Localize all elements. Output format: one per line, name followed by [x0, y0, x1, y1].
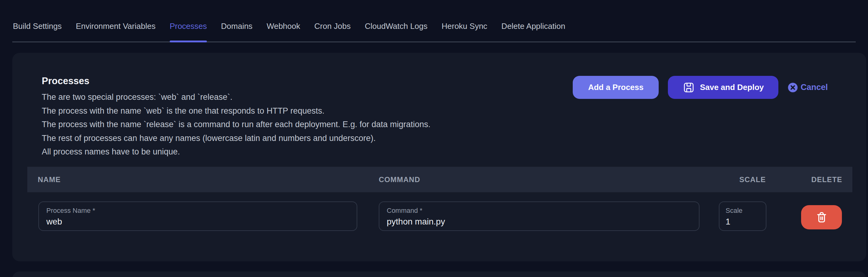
- tab-environment-variables[interactable]: Environment Variables: [76, 22, 156, 41]
- floppy-disk-icon: [683, 81, 695, 94]
- active-tab-indicator: [170, 40, 207, 42]
- tab-label: Delete Application: [501, 22, 565, 31]
- save-and-deploy-button-label: Save and Deploy: [700, 83, 764, 92]
- description-line: The rest of processes can have any names…: [42, 131, 431, 145]
- command-label: Command *: [387, 207, 691, 215]
- command-field[interactable]: Command *: [379, 202, 700, 231]
- tab-label: Domains: [221, 22, 253, 31]
- tab-cron-jobs[interactable]: Cron Jobs: [314, 22, 351, 41]
- process-name-label: Process Name *: [46, 207, 349, 215]
- add-process-button[interactable]: Add a Process: [573, 76, 659, 99]
- panel-description: The are two special processes: `web` and…: [42, 90, 431, 159]
- column-header-name: NAME: [38, 175, 61, 184]
- save-and-deploy-button[interactable]: Save and Deploy: [668, 76, 778, 99]
- process-name-input[interactable]: [46, 216, 349, 227]
- tab-heroku-sync[interactable]: Heroku Sync: [442, 22, 487, 41]
- settings-tab-bar: Build Settings Environment Variables Pro…: [12, 0, 856, 42]
- tab-delete-application[interactable]: Delete Application: [501, 22, 565, 41]
- delete-process-button[interactable]: [801, 205, 842, 229]
- tab-label: Environment Variables: [76, 22, 156, 31]
- description-line: The process with the name `web` is the o…: [42, 104, 431, 118]
- description-line: The are two special processes: `web` and…: [42, 90, 431, 104]
- panel-actions: Add a Process Save and Deploy Cancel: [573, 76, 828, 99]
- panel-title-block: Processes The are two special processes:…: [42, 75, 431, 159]
- trash-icon: [815, 211, 828, 224]
- x-circle-icon: [787, 82, 798, 93]
- scale-label: Scale: [725, 207, 758, 215]
- cancel-button-label: Cancel: [801, 83, 828, 92]
- processes-panel: Processes The are two special processes:…: [12, 53, 866, 261]
- tab-label: Heroku Sync: [442, 22, 487, 31]
- process-name-field[interactable]: Process Name *: [38, 202, 357, 231]
- description-line: The process with the name `release` is a…: [42, 118, 431, 131]
- add-process-button-label: Add a Process: [588, 83, 644, 92]
- tab-webhook[interactable]: Webhook: [267, 22, 300, 41]
- scale-field[interactable]: Scale: [719, 202, 766, 231]
- tab-label: Webhook: [267, 22, 300, 31]
- tab-label: Processes: [170, 22, 207, 31]
- column-header-delete: DELETE: [811, 175, 842, 184]
- description-line: All process names have to be unique.: [42, 145, 431, 159]
- tab-label: CloudWatch Logs: [365, 22, 428, 31]
- tab-label: Build Settings: [13, 22, 62, 31]
- command-input[interactable]: [387, 216, 691, 227]
- process-row: Process Name * Command * Scale: [12, 202, 866, 231]
- processes-table-header: NAME COMMAND SCALE DELETE: [27, 167, 852, 192]
- column-header-command: COMMAND: [379, 175, 420, 184]
- tab-build-settings[interactable]: Build Settings: [13, 22, 62, 41]
- tab-domains[interactable]: Domains: [221, 22, 253, 41]
- tab-processes[interactable]: Processes: [170, 22, 207, 41]
- cancel-button[interactable]: Cancel: [787, 82, 828, 93]
- column-header-scale: SCALE: [739, 175, 766, 184]
- scale-input[interactable]: [725, 216, 758, 227]
- tab-label: Cron Jobs: [314, 22, 351, 31]
- page-title: Processes: [42, 75, 431, 87]
- tab-cloudwatch-logs[interactable]: CloudWatch Logs: [365, 22, 428, 41]
- next-section-card: [12, 272, 866, 277]
